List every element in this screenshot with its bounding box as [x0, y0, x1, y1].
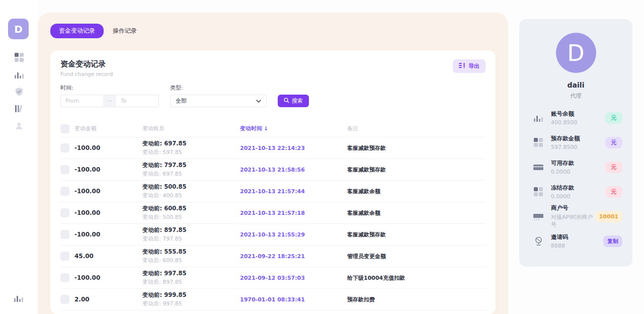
change-time-cell: 2021-10-13 22:14:23 [240, 145, 347, 151]
amount-cell: -100.00 [74, 188, 142, 195]
row-checkbox[interactable] [60, 295, 69, 304]
search-label: 搜索 [292, 97, 303, 105]
table-row: -100.00 变动前: 697.85 变动后: 597.85 2021-10-… [60, 137, 486, 159]
change-time-cell: 2021-10-13 21:55:29 [240, 231, 347, 238]
before-after-cell: 变动前: 697.85 变动后: 597.85 [142, 140, 240, 156]
before-after-cell: 变动前: 897.85 变动后: 797.85 [142, 226, 240, 243]
amount-cell: -100.00 [74, 274, 142, 281]
select-all-checkbox[interactable] [60, 124, 69, 133]
row-checkbox[interactable] [60, 187, 69, 196]
stat-badge: 元 [605, 162, 622, 173]
chevron-down-icon [256, 98, 261, 104]
row-checkbox[interactable] [60, 208, 69, 217]
table-row: -100.00 变动前: 797.85 变动后: 697.85 2021-10-… [60, 159, 486, 181]
date-to-input[interactable] [116, 95, 159, 107]
remark-cell: 客服减款余额 [347, 209, 486, 217]
stat-label: 商户号 [551, 204, 595, 212]
remark-cell: 预存款扣费 [347, 296, 486, 303]
stat-label: 账号余额 [551, 110, 605, 118]
stat-badge: 元 [605, 137, 622, 148]
date-from-input[interactable] [60, 95, 103, 107]
time-filter-label: 时间: [60, 84, 159, 92]
stat-badge[interactable]: 复制 [603, 236, 622, 247]
remark-cell: 客服减款预存款 [347, 144, 486, 152]
fund-record-table: 变动金额 变动前后 变动时间↓ 备注 -100.00 变动前: 697.85 变… [60, 120, 486, 310]
profile-name: daili [519, 81, 632, 89]
amount-cell: -100.00 [74, 166, 142, 173]
card-title: 资金变动记录 [60, 59, 113, 69]
bar-chart-icon [14, 294, 25, 303]
search-button[interactable]: 搜索 [278, 95, 309, 107]
stat-label: 预存款金额 [551, 135, 605, 142]
profile-stat-row: 冻结存款 0.0000 元 [532, 183, 622, 201]
shield-check-icon[interactable] [14, 87, 25, 96]
change-time-cell: 2021-10-13 21:57:18 [240, 210, 347, 216]
profile-role: 代理 [519, 92, 632, 100]
profile-avatar: D [556, 33, 596, 73]
profile-stat-row: 商户号 对接API时的商户号 10001 [532, 207, 622, 225]
change-time-cell: 1970-01-01 08:33:41 [240, 296, 347, 303]
row-checkbox[interactable] [60, 252, 69, 261]
card-heading: 资金变动记录 Fund change record [60, 59, 113, 77]
row-checkbox[interactable] [60, 165, 69, 174]
library-icon[interactable] [14, 104, 25, 113]
app-logo: D [8, 19, 29, 39]
profile-stats: 账号余额 400.8500 元 预存款金额 597.8500 元 可用存款 0.… [519, 109, 632, 250]
stat-badge: 元 [605, 112, 622, 124]
table-row: -100.00 变动前: 600.85 变动后: 500.85 2021-10-… [60, 202, 486, 224]
bar-chart-icon [532, 114, 544, 122]
type-select[interactable]: 全部 [170, 95, 267, 107]
tab-fund-change-record[interactable]: 资金变动记录 [50, 24, 104, 38]
stat-value: 对接API时的商户号 [551, 213, 595, 228]
amount-cell: -100.00 [74, 231, 142, 238]
type-filter: 类型: 全部 [170, 84, 267, 107]
table-row: -100.00 变动前: 897.85 变动后: 797.85 2021-10-… [60, 224, 486, 246]
left-sidebar: D [0, 0, 38, 314]
remark-cell: 客服减款预存款 [347, 166, 486, 174]
amount-cell: -100.00 [74, 144, 142, 151]
time-filter: 时间: ··· [60, 84, 159, 107]
table-row: -100.00 变动前: 997.85 变动后: 897.85 2021-09-… [60, 267, 486, 289]
search-icon [284, 98, 289, 104]
type-select-value: 全部 [176, 97, 187, 105]
main-panel: 资金变动记录 操作记录 资金变动记录 Fund change record 导出 [38, 13, 508, 314]
stat-badge: 10001 [595, 211, 622, 222]
profile-stat-row: 预存款金额 597.8500 元 [532, 133, 622, 151]
filter-bar: 时间: ··· 类型: 全部 [50, 77, 496, 107]
stat-label: 可用存款 [551, 160, 605, 167]
stat-value: 400.8500 [551, 119, 605, 126]
before-after-cell: 变动前: 555.85 变动后: 600.85 [142, 248, 240, 264]
grid-icon [532, 187, 544, 196]
grid-icon[interactable] [14, 53, 25, 62]
stat-value: 0.0000 [551, 193, 605, 200]
profile-card: D daili 代理 账号余额 400.8500 元 预存款金额 597.850… [519, 19, 632, 267]
table-row: 45.00 变动前: 555.85 变动后: 600.85 2021-09-22… [60, 246, 486, 267]
user-icon[interactable] [14, 121, 25, 130]
keyboard-icon [532, 212, 544, 221]
fund-record-card: 资金变动记录 Fund change record 导出 时间: [50, 50, 496, 314]
sort-desc-icon: ↓ [264, 125, 268, 132]
header-before-after: 变动前后 [142, 125, 240, 132]
row-checkbox[interactable] [60, 143, 69, 152]
row-checkbox[interactable] [60, 230, 69, 239]
bar-chart-icon[interactable] [14, 70, 25, 79]
date-range-picker: ··· [60, 95, 159, 107]
stat-label: 冻结存款 [551, 184, 605, 192]
credit-card-icon [532, 163, 544, 171]
date-range-separator: ··· [103, 95, 116, 107]
tab-operation-record[interactable]: 操作记录 [113, 27, 137, 35]
table-header-row: 变动金额 变动前后 变动时间↓ 备注 [60, 120, 486, 137]
stat-value: 0.0000 [551, 169, 605, 175]
row-checkbox[interactable] [60, 273, 69, 282]
table-body: -100.00 变动前: 697.85 变动后: 597.85 2021-10-… [60, 137, 486, 310]
export-button[interactable]: 导出 [453, 59, 486, 73]
table-row: 2.00 变动前: 999.85 变动后: 997.85 1970-01-01 … [60, 289, 486, 310]
profile-stat-row: 账号余额 400.8500 元 [532, 109, 622, 127]
profile-stat-row: 可用存款 0.0000 元 [532, 158, 622, 176]
change-time-cell: 2021-10-13 21:58:56 [240, 167, 347, 173]
amount-cell: 45.00 [74, 253, 142, 260]
grid-icon [532, 138, 544, 147]
tab-bar: 资金变动记录 操作记录 [50, 24, 137, 38]
sidebar-nav [0, 53, 38, 130]
header-change-time[interactable]: 变动时间↓ [240, 125, 347, 132]
